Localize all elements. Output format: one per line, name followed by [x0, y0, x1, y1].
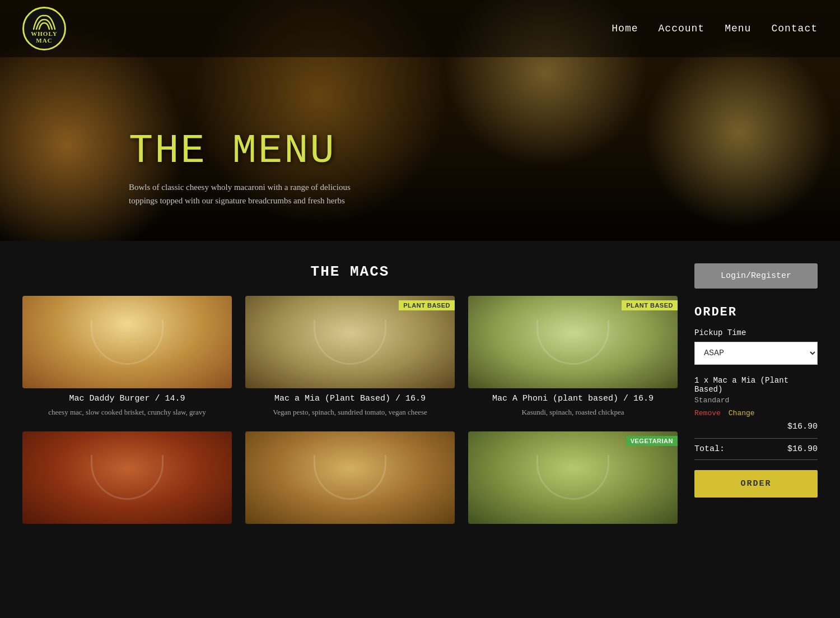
bowl-overlay — [536, 455, 609, 500]
item-price: $16.90 — [694, 422, 818, 431]
card-image-wrap: VEGETARIAN — [468, 431, 678, 524]
menu-grid: Mac Daddy Burger / 14.9cheesy mac, slow … — [22, 296, 678, 524]
sidebar: Login/Register Order Pickup Time ASAP15 … — [694, 263, 818, 524]
nav-links: Home Account Menu Contact — [612, 23, 818, 34]
order-button[interactable]: ORDER — [694, 470, 818, 498]
menu-card-3[interactable] — [22, 431, 232, 524]
card-desc: Vegan pesto, spinach, sundried tomato, v… — [245, 407, 455, 418]
menu-area: The Macs Mac Daddy Burger / 14.9cheesy m… — [22, 263, 678, 524]
pickup-time-select[interactable]: ASAP15 mins30 mins45 mins60 mins — [694, 342, 818, 365]
card-desc: Kasundi, spinach, roasted chickpea — [468, 407, 678, 418]
hero-subtitle: Bowls of classic cheesy wholy macaroni w… — [129, 180, 353, 207]
menu-card-1[interactable]: PLANT BASED Mac a Mia (Plant Based) / 16… — [245, 296, 455, 418]
remove-button[interactable]: Remove — [694, 409, 721, 417]
total-value: $16.90 — [787, 444, 818, 454]
hero-title: The Menu — [129, 131, 353, 171]
cart-item-variant: Standard — [694, 396, 818, 405]
order-title: Order — [694, 305, 818, 319]
bowl-overlay — [314, 455, 386, 500]
card-image-wrap: PLANT BASED — [245, 296, 455, 388]
bowl-overlay — [314, 320, 386, 365]
menu-card-4[interactable] — [245, 431, 455, 524]
card-image — [245, 431, 455, 524]
card-name: Mac Daddy Burger / 14.9 — [22, 394, 232, 403]
bowl-overlay — [91, 320, 164, 365]
card-image-wrap — [245, 431, 455, 524]
nav-home[interactable]: Home — [612, 23, 638, 34]
cart-item-name: 1 x Mac a Mia (Plant Based) — [694, 376, 818, 394]
card-image-wrap — [22, 431, 232, 524]
card-badge: VEGETARIAN — [626, 436, 678, 446]
hero-content: The Menu Bowls of classic cheesy wholy m… — [129, 131, 353, 207]
order-section: Order Pickup Time ASAP15 mins30 mins45 m… — [694, 305, 818, 498]
change-button[interactable]: Change — [729, 409, 755, 417]
logo-circle: Wholy Mac — [22, 7, 66, 50]
section-title: The Macs — [22, 263, 678, 280]
card-image-wrap — [22, 296, 232, 388]
logo[interactable]: Wholy Mac — [22, 7, 66, 50]
card-image-wrap: PLANT BASED — [468, 296, 678, 388]
card-image — [22, 431, 232, 524]
order-actions: Remove Change — [694, 409, 818, 417]
menu-card-2[interactable]: PLANT BASED Mac A Phoni (plant based) / … — [468, 296, 678, 418]
total-label: Total: — [694, 444, 725, 454]
order-total: Total: $16.90 — [694, 444, 818, 454]
login-register-button[interactable]: Login/Register — [694, 263, 818, 289]
navbar: Wholy Mac Home Account Menu Contact — [0, 0, 840, 57]
logo-text: Wholy Mac — [24, 30, 64, 44]
menu-card-0[interactable]: Mac Daddy Burger / 14.9cheesy mac, slow … — [22, 296, 232, 418]
card-desc: cheesy mac, slow cooked brisket, crunchy… — [22, 407, 232, 418]
card-image — [22, 296, 232, 388]
pickup-label: Pickup Time — [694, 328, 818, 337]
nav-account[interactable]: Account — [659, 23, 705, 34]
nav-contact[interactable]: Contact — [771, 23, 818, 34]
card-badge: PLANT BASED — [622, 300, 678, 310]
card-name: Mac A Phoni (plant based) / 16.9 — [468, 394, 678, 403]
menu-card-5[interactable]: VEGETARIAN — [468, 431, 678, 524]
bowl-overlay — [91, 455, 164, 500]
card-badge: PLANT BASED — [399, 300, 455, 310]
bowl-overlay — [536, 320, 609, 365]
main-content: The Macs Mac Daddy Burger / 14.9cheesy m… — [0, 241, 840, 546]
divider-1 — [694, 438, 818, 439]
card-name: Mac a Mia (Plant Based) / 16.9 — [245, 394, 455, 403]
divider-2 — [694, 459, 818, 460]
nav-menu[interactable]: Menu — [725, 23, 751, 34]
